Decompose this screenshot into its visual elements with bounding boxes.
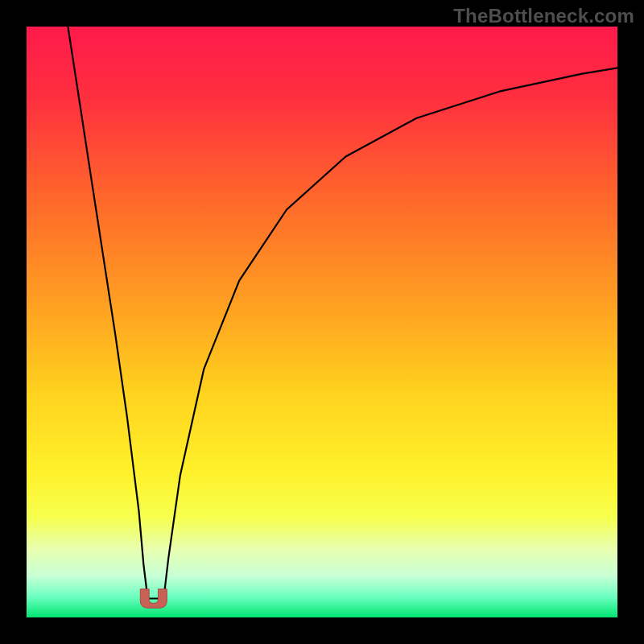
watermark-text: TheBottleneck.com	[453, 5, 634, 27]
plot-area	[27, 27, 617, 617]
chart-frame: TheBottleneck.com	[0, 0, 644, 644]
svg-rect-0	[27, 27, 617, 617]
chart-svg	[27, 27, 617, 617]
